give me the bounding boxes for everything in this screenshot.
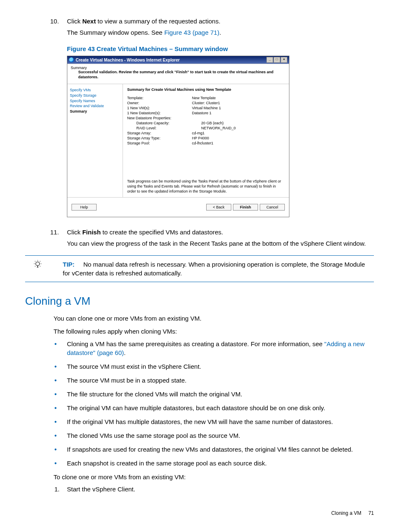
summary-row: Storage Array Type:HP P4000 <box>127 136 285 140</box>
nav-review-validate[interactable]: Review and Validate <box>70 103 120 109</box>
list-item: 1. Start the vSphere Client. <box>67 485 374 493</box>
wizard-content: Summary for Create Virtual Machines usin… <box>123 84 289 197</box>
bullet-list: Cloning a VM has the same prerequisites … <box>25 339 374 468</box>
ordered-list-top: 10. Click Next to view a summary of the … <box>25 17 374 37</box>
numbered-list: 1. Start the vSphere Client. <box>25 485 374 493</box>
nav-specify-storage[interactable]: Specify Storage <box>70 93 120 98</box>
finish-button[interactable]: Finish <box>233 204 258 211</box>
step-number: 1. <box>54 485 60 493</box>
summary-row: Template:New Template <box>127 96 285 100</box>
window-titlebar: Create Virtual Machines - Windows Intern… <box>67 56 289 64</box>
list-item: The original VM can have multiple datast… <box>67 403 374 412</box>
wizard-header: Summary Successful validation. Review th… <box>67 64 289 84</box>
list-item: Each snapshot is created in the same sto… <box>67 459 374 468</box>
tip-body: No manual data refresh is necessary. Whe… <box>63 261 365 277</box>
svg-line-9 <box>40 266 41 267</box>
step-10: 10. Click Next to view a summary of the … <box>67 17 374 37</box>
summary-row: Storage Array:cd-mg1 <box>127 131 285 135</box>
ie-icon <box>69 57 74 62</box>
maximize-button[interactable]: □ <box>274 57 280 63</box>
summary-row: Owner:Cluster: Cluster1 <box>127 101 285 105</box>
close-button[interactable]: × <box>281 57 287 63</box>
wizard-subtitle: Successful validation. Review the summar… <box>71 70 286 80</box>
list-item: The source VM must exist in the vSphere … <box>67 362 374 371</box>
svg-line-8 <box>35 266 36 267</box>
summary-row: Datastore Capacity:20 GB (each) <box>127 121 285 125</box>
figure-screenshot: Create Virtual Machines - Windows Intern… <box>67 56 374 217</box>
step-text: Click Next to view a summary of the requ… <box>67 18 220 25</box>
app-window: Create Virtual Machines - Windows Intern… <box>67 56 289 217</box>
list-item: If snapshots are used for creating the n… <box>67 445 374 454</box>
help-button[interactable]: Help <box>72 204 97 211</box>
intro-para-1: You can clone one or more VMs from an ex… <box>25 314 374 324</box>
summary-heading: Summary for Create Virtual Machines usin… <box>127 87 285 92</box>
list-item: If the original VM has multiple datastor… <box>67 417 374 426</box>
summary-row: 1 New Datastore(s):Datastore 1 <box>127 111 285 115</box>
wizard-nav: Specify VMs Specify Storage Specify Name… <box>67 84 123 197</box>
figure-caption: Figure 43 Create Virtual Machines – Summ… <box>67 45 374 52</box>
clone-intro-line: To clone one or more VMs from an existin… <box>25 473 374 482</box>
step-number: 10. <box>50 17 59 26</box>
list-item: The file structure for the cloned VMs wi… <box>67 390 374 398</box>
svg-line-7 <box>40 261 41 262</box>
ordered-list-bottom: 11. Click Finish to create the specified… <box>25 228 374 248</box>
wizard-footnote: Task progress can be monitored using the… <box>127 158 285 194</box>
minimize-button[interactable]: _ <box>266 57 273 63</box>
tip-text: TIP: No manual data refresh is necessary… <box>50 260 374 278</box>
nav-summary: Summary <box>70 109 120 114</box>
nav-specify-names[interactable]: Specify Names <box>70 98 120 104</box>
section-heading: Cloning a VM <box>25 295 374 308</box>
step-text: Start the vSphere Client. <box>67 486 135 493</box>
cancel-button[interactable]: Cancel <box>260 204 285 211</box>
summary-row: Storage Pool:cd-lhcluster1 <box>127 141 285 145</box>
window-controls: _ □ × <box>266 57 287 63</box>
summary-row: RAID Level:NETWORK_RAID_0 <box>127 126 285 130</box>
window-body: Summary Successful validation. Review th… <box>67 64 289 217</box>
svg-point-0 <box>36 262 39 266</box>
lightbulb-icon <box>25 260 50 278</box>
step-subtext: You can view the progress of the task in… <box>67 240 366 247</box>
page-footer: Cloning a VM 71 <box>25 510 374 516</box>
intro-para-2: The following rules apply when cloning V… <box>25 327 374 337</box>
list-item: Cloning a VM has the same prerequisites … <box>67 339 374 357</box>
summary-row: 1 New VM(s):Virtual Machine 1 <box>127 106 285 110</box>
tip-box: TIP: No manual data refresh is necessary… <box>25 255 374 282</box>
page-number: 71 <box>368 510 374 516</box>
step-text: Click Finish to create the specified VMs… <box>67 229 223 236</box>
back-button[interactable]: < Back <box>206 204 231 211</box>
step-11: 11. Click Finish to create the specified… <box>67 228 374 248</box>
wizard-main: Specify VMs Specify Storage Specify Name… <box>67 84 289 197</box>
figure-crossref-link[interactable]: Figure 43 (page 71) <box>164 29 220 36</box>
step-subtext: The Summary window opens. See Figure 43 … <box>67 29 221 36</box>
list-item: The source VM must be in a stopped state… <box>67 376 374 385</box>
window-title: Create Virtual Machines - Windows Intern… <box>76 58 180 62</box>
list-item: The cloned VMs use the same storage pool… <box>67 431 374 440</box>
summary-row: New Datastore Properties: <box>127 116 285 120</box>
wizard-title: Summary <box>71 66 87 70</box>
nav-specify-vms[interactable]: Specify VMs <box>70 87 120 93</box>
tip-label: TIP: <box>63 261 74 268</box>
wizard-footer: Help < Back Finish Cancel <box>67 197 289 217</box>
step-number: 11. <box>50 228 59 236</box>
svg-line-6 <box>35 261 36 262</box>
